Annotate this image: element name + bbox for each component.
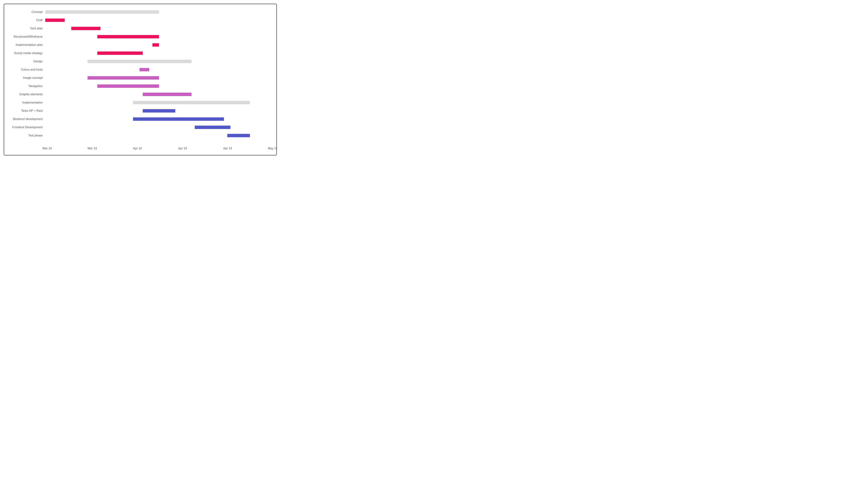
task-track bbox=[45, 90, 273, 98]
task-bar bbox=[152, 43, 159, 47]
task-label: Navigation bbox=[4, 84, 45, 88]
x-axis-tick: Mar 19 bbox=[88, 147, 97, 150]
gantt-row: Storyboard/Wireframe bbox=[4, 33, 273, 41]
task-label: Test phase bbox=[4, 134, 45, 137]
task-track bbox=[45, 8, 273, 16]
task-track bbox=[45, 74, 273, 82]
gantt-row: Backend development bbox=[4, 115, 273, 123]
task-track bbox=[45, 57, 273, 65]
task-bar bbox=[195, 125, 230, 129]
gantt-row: Implementation bbox=[4, 98, 273, 107]
task-bar bbox=[88, 76, 159, 80]
task-label: Colors and fonts bbox=[4, 68, 45, 71]
x-axis-tick: Mar 19 bbox=[42, 147, 52, 150]
task-track bbox=[45, 16, 273, 24]
task-bar bbox=[97, 35, 159, 38]
task-label: Design bbox=[4, 60, 45, 63]
x-axis-tick: May 19 bbox=[268, 147, 277, 150]
gantt-row: Social media strategy bbox=[4, 49, 273, 57]
task-label: Draft bbox=[4, 19, 45, 22]
task-bar bbox=[143, 93, 191, 96]
task-label: Texts HP + Rest bbox=[4, 109, 45, 113]
x-axis-tick: Apr 19 bbox=[133, 147, 142, 150]
gantt-row: Tech plan bbox=[4, 24, 273, 33]
task-label: Graphic elements bbox=[4, 93, 45, 96]
gantt-row: Image concept bbox=[4, 74, 273, 82]
gantt-row: Graphic elements bbox=[4, 90, 273, 98]
task-label: Implementation plan bbox=[4, 43, 45, 47]
task-bar bbox=[133, 101, 250, 104]
task-label: Storyboard/Wireframe bbox=[4, 35, 45, 38]
task-track bbox=[45, 115, 273, 123]
task-label: Frontend Development bbox=[4, 125, 45, 129]
gantt-row: Draft bbox=[4, 16, 273, 24]
x-axis-tick: Apr 19 bbox=[178, 147, 187, 150]
task-track bbox=[45, 33, 273, 41]
task-track bbox=[45, 65, 273, 74]
task-bar bbox=[227, 134, 250, 137]
gantt-row: Design bbox=[4, 57, 273, 65]
task-bar bbox=[140, 68, 149, 71]
plot-area: ConceptDraftTech planStoryboard/Wirefram… bbox=[47, 8, 273, 146]
gantt-row: Colors and fonts bbox=[4, 65, 273, 74]
task-bar bbox=[88, 60, 191, 63]
task-label: Implementation bbox=[4, 101, 45, 104]
task-track bbox=[45, 107, 273, 115]
gantt-row: Frontend Development bbox=[4, 123, 273, 132]
task-bar bbox=[97, 84, 159, 88]
gantt-row: Navigation bbox=[4, 82, 273, 90]
gantt-row: Texts HP + Rest bbox=[4, 107, 273, 115]
task-bar bbox=[71, 27, 100, 30]
gantt-chart: ConceptDraftTech planStoryboard/Wirefram… bbox=[4, 4, 277, 155]
task-label: Concept bbox=[4, 10, 45, 14]
gantt-row: Concept bbox=[4, 8, 273, 16]
x-axis-tick: Apr 19 bbox=[223, 147, 232, 150]
task-track bbox=[45, 123, 273, 132]
task-track bbox=[45, 98, 273, 107]
task-track bbox=[45, 82, 273, 90]
task-bar bbox=[133, 117, 224, 121]
task-label: Image concept bbox=[4, 76, 45, 80]
task-bar bbox=[143, 109, 175, 113]
x-axis: Mar 19Mar 19Apr 19Apr 19Apr 19May 19 bbox=[47, 147, 273, 152]
task-label: Social media strategy bbox=[4, 52, 45, 55]
task-track bbox=[45, 24, 273, 33]
gantt-row: Implementation plan bbox=[4, 41, 273, 49]
gantt-row: Test phase bbox=[4, 132, 273, 140]
task-bar bbox=[45, 10, 159, 14]
task-bar bbox=[45, 19, 65, 22]
task-track bbox=[45, 132, 273, 140]
task-track bbox=[45, 41, 273, 49]
task-label: Tech plan bbox=[4, 27, 45, 30]
task-label: Backend development bbox=[4, 117, 45, 121]
task-track bbox=[45, 49, 273, 57]
task-bar bbox=[97, 52, 143, 55]
